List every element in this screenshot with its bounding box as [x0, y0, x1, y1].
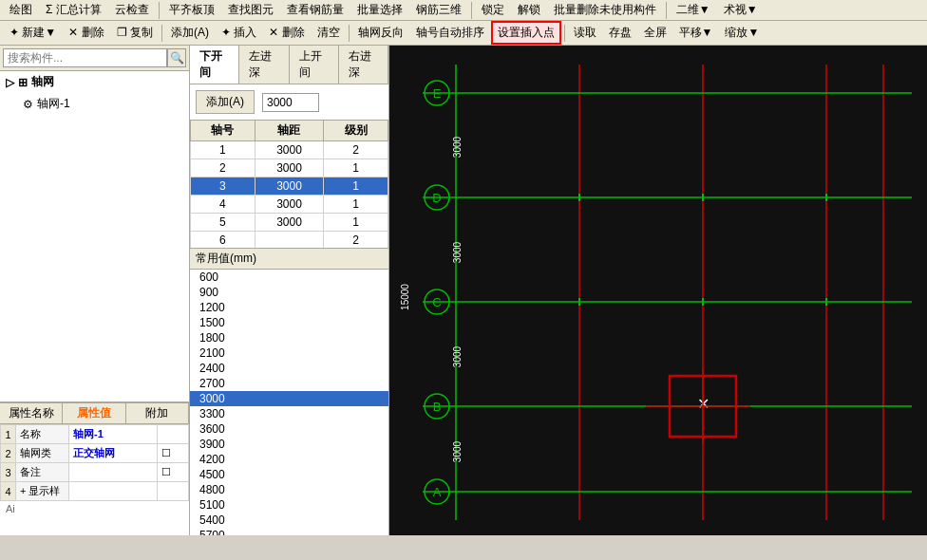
value-item-600[interactable]: 600	[190, 270, 388, 285]
prop-val-3[interactable]	[69, 463, 158, 482]
menu-lock[interactable]: 锁定	[476, 0, 510, 20]
value-item-1200[interactable]: 1200	[190, 300, 388, 315]
menu-2d[interactable]: 二维▼	[671, 0, 716, 20]
value-list: 常用值(mm) 60090012001500180021002400270030…	[190, 248, 388, 535]
menu-view[interactable]: 术视▼	[718, 0, 764, 20]
menu-unlock[interactable]: 解锁	[512, 0, 546, 20]
grid-cell-level: 1	[324, 196, 388, 214]
sep1	[159, 2, 160, 19]
props-col-val[interactable]: 属性值	[63, 403, 125, 423]
grid-row-3[interactable]: 430001	[191, 196, 388, 214]
tree-item-child[interactable]: ⚙ 轴网-1	[0, 93, 189, 115]
svg-text:E: E	[433, 86, 442, 101]
svg-text:3000: 3000	[452, 345, 463, 367]
tab-right[interactable]: 右进深	[339, 46, 388, 84]
btn-reverse[interactable]: 轴网反向	[352, 22, 409, 44]
btn-clear[interactable]: 清空	[312, 22, 346, 44]
grid-cell-level: 2	[324, 232, 388, 249]
menu-summary[interactable]: Σ 汇总计算	[40, 0, 107, 20]
btn-save[interactable]: 存盘	[603, 22, 637, 44]
value-item-4200[interactable]: 4200	[190, 452, 388, 467]
value-item-3000[interactable]: 3000	[190, 391, 388, 406]
add-row-button[interactable]: 添加(A)	[196, 90, 255, 114]
grid-row-1[interactable]: 230001	[191, 159, 388, 177]
value-item-900[interactable]: 900	[190, 285, 388, 300]
value-item-3600[interactable]: 3600	[190, 421, 388, 437]
value-item-5700[interactable]: 5700	[190, 528, 388, 535]
current-value-input[interactable]	[262, 93, 319, 112]
grid-row-2[interactable]: 330001	[191, 177, 388, 196]
grid-row-5[interactable]: 62	[191, 232, 388, 249]
prop-val-2[interactable]: 正交轴网	[69, 444, 158, 463]
props-col-extra[interactable]: 附加	[126, 403, 189, 423]
col-level: 级别	[324, 121, 388, 141]
svg-text:3000: 3000	[452, 241, 463, 263]
value-item-2400[interactable]: 2400	[190, 361, 388, 376]
menu-cloud[interactable]: 云检查	[109, 0, 155, 20]
svg-text:15000: 15000	[400, 284, 410, 310]
value-item-3300[interactable]: 3300	[190, 406, 388, 421]
svg-rect-31	[389, 46, 927, 535]
btn-zoom[interactable]: 缩放▼	[719, 22, 765, 44]
prop-val-1[interactable]: 轴网-1	[69, 425, 158, 444]
grid-cell-num: 3	[191, 177, 255, 196]
value-item-5400[interactable]: 5400	[190, 513, 388, 528]
value-item-3900[interactable]: 3900	[190, 437, 388, 452]
grid-cell-dist[interactable]	[255, 232, 324, 249]
menu-steel[interactable]: 查看钢筋量	[281, 0, 350, 20]
menu-draw[interactable]: 绘图	[4, 0, 38, 20]
btn-fullscreen[interactable]: 全屏	[638, 22, 672, 44]
sep3	[666, 2, 667, 19]
tab-up[interactable]: 上开间	[290, 46, 339, 84]
canvas-area[interactable]: E D C B A 3000 3000 3000 3000 15000	[389, 46, 927, 535]
btn-read[interactable]: 读取	[568, 22, 602, 44]
svg-text:C: C	[432, 295, 441, 309]
btn-delete[interactable]: ✕ 删除	[63, 22, 109, 44]
btn-new[interactable]: ✦ 新建▼	[4, 22, 62, 44]
tree-item-root[interactable]: ▷ ⊞ 轴网	[0, 71, 189, 93]
props-col-name[interactable]: 属性名称	[0, 403, 63, 423]
value-list-inner: 6009001200150018002100240027003000330036…	[190, 270, 388, 535]
btn-insert[interactable]: ✦ 插入	[216, 22, 262, 44]
middle-panel: 下开间 左进深 上开间 右进深 添加(A) 轴号 轴距 级别 1300	[190, 46, 389, 535]
value-item-4500[interactable]: 4500	[190, 467, 388, 482]
grid-cell-dist[interactable]: 3000	[255, 214, 324, 232]
btn-auto-num[interactable]: 轴号自动排序	[410, 22, 490, 44]
btn-pan[interactable]: 平移▼	[673, 22, 719, 44]
prop-val-4	[69, 482, 158, 501]
prop-extra-3[interactable]: ☐	[157, 463, 188, 482]
grid-cell-dist[interactable]: 3000	[255, 159, 324, 177]
grid-row-4[interactable]: 530001	[191, 214, 388, 232]
canvas-overlay: E D C B A 3000 3000 3000 3000 15000 ✕	[389, 46, 927, 535]
menu-batch[interactable]: 批量选择	[351, 0, 408, 20]
prop-extra-2[interactable]: ☐	[157, 444, 188, 463]
svg-text:D: D	[432, 191, 441, 205]
btn-add[interactable]: 添加(A)	[165, 22, 215, 44]
prop-name-4[interactable]: + 显示样	[16, 482, 69, 501]
menu-batch-del[interactable]: 批量删除未使用构件	[548, 0, 662, 20]
value-item-1800[interactable]: 1800	[190, 330, 388, 345]
btn-copy[interactable]: ❐ 复制	[111, 22, 159, 44]
grid-cell-dist[interactable]: 3000	[255, 177, 324, 196]
value-item-4800[interactable]: 4800	[190, 482, 388, 497]
menu-align[interactable]: 平齐板顶	[163, 0, 220, 20]
btn-del2[interactable]: ✕ 删除	[263, 22, 310, 44]
grid-row-0[interactable]: 130002	[191, 141, 388, 159]
ai-label: Ai	[0, 501, 189, 516]
svg-text:A: A	[433, 485, 442, 499]
grid-cell-dist[interactable]: 3000	[255, 196, 324, 214]
menu-3d[interactable]: 钢筋三维	[410, 0, 467, 20]
tab-left[interactable]: 左进深	[239, 46, 289, 84]
value-item-2700[interactable]: 2700	[190, 376, 388, 391]
menu-find[interactable]: 查找图元	[222, 0, 279, 20]
search-button[interactable]: 🔍	[167, 48, 186, 67]
grid-cell-dist[interactable]: 3000	[255, 141, 324, 159]
tab-down[interactable]: 下开间	[190, 46, 239, 84]
btn-set-insert[interactable]: 设置插入点	[491, 21, 561, 45]
grid-icon: ⊞	[18, 76, 28, 89]
prop-row-3: 3 备注 ☐	[1, 463, 189, 482]
value-item-5100[interactable]: 5100	[190, 497, 388, 513]
value-item-1500[interactable]: 1500	[190, 315, 388, 330]
value-item-2100[interactable]: 2100	[190, 345, 388, 361]
search-input[interactable]	[3, 48, 167, 67]
